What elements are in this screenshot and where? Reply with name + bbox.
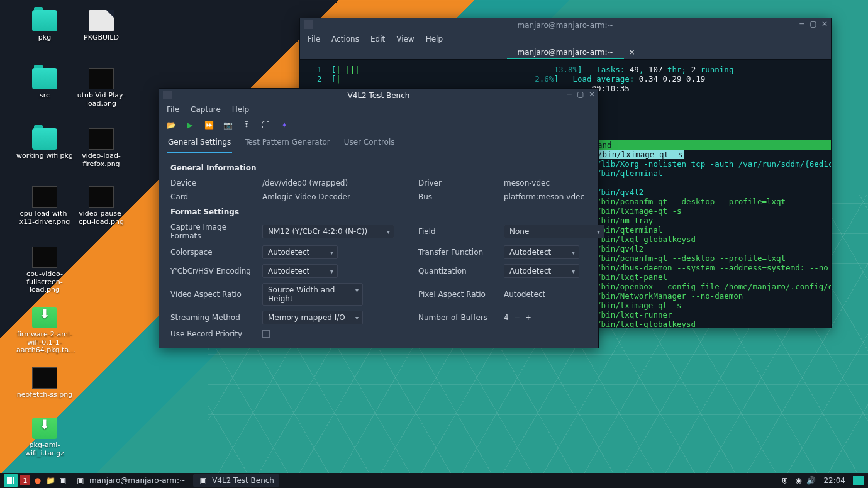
close-button[interactable]: ✕ — [821, 20, 828, 28]
terminal-tabbar: manjaro@manjaro-arm:~ × — [300, 46, 831, 60]
close-icon[interactable]: × — [629, 48, 635, 57]
tfunc-select[interactable]: Autodetect▾ — [504, 245, 579, 259]
desktop-icon-label: PKGBUILD — [84, 33, 119, 42]
desktop-icon[interactable]: ⬇firmware-2-aml-wifi-0.1-1-aarch64.pkg.t… — [16, 307, 73, 355]
pkg-icon: ⬇ — [32, 418, 57, 439]
tab[interactable]: User Controls — [343, 134, 396, 153]
desktop-icon-label: src — [40, 91, 50, 99]
file-icon — [89, 10, 114, 31]
v4l2-titlebar[interactable]: V4L2 Test Bench ─ ▢ ✕ — [159, 89, 598, 103]
menu-item[interactable]: Capture — [191, 105, 221, 114]
minimize-button[interactable]: ─ — [798, 20, 806, 28]
firefox-icon[interactable]: ● — [33, 475, 43, 485]
close-button[interactable]: ✕ — [588, 91, 596, 98]
var-label: Video Aspect Ratio — [170, 290, 251, 299]
terminal-title: manjaro@manjaro-arm:~ — [517, 21, 613, 30]
grid-icon[interactable]: 🎛 — [241, 119, 252, 131]
desktop-icon-label: utub-Vid-Play-load.png — [77, 91, 126, 108]
open-icon[interactable]: 📂 — [165, 119, 177, 131]
desktop-icon-label: firmware-2-aml-wifi-0.1-1-aarch64.pkg.ta… — [16, 330, 75, 354]
tfunc-label: Transfer Function — [418, 248, 492, 257]
stream-select[interactable]: Memory mapped I/O▾ — [262, 311, 363, 324]
desktop-icon[interactable]: ⬇pkg-aml-wifi_i.tar.gz — [16, 418, 73, 457]
desktop-icon-label: cpu-load-with-x11-driver.png — [19, 209, 70, 226]
minimize-button[interactable]: ─ — [565, 91, 573, 98]
desktop-icon[interactable]: utub-Vid-Play-load.png — [73, 68, 130, 108]
volume-icon[interactable]: 🔊 — [806, 475, 816, 485]
maximize-button[interactable]: ▢ — [577, 91, 584, 98]
menu-item[interactable]: Help — [426, 35, 443, 43]
desktop-icon[interactable]: video-load-firefox.png — [73, 128, 130, 168]
tab[interactable]: Test Pattern Generator — [243, 134, 331, 153]
clock[interactable]: 22:04 — [823, 476, 845, 485]
camera-icon[interactable]: 📷 — [222, 119, 233, 131]
menu-item[interactable]: File — [308, 35, 320, 43]
show-desktop-icon[interactable] — [853, 476, 864, 485]
desktop-icon[interactable]: working wifi pkg — [16, 128, 73, 160]
desktop-icon-label: cpu-video-fullscreen-load.png — [26, 270, 63, 294]
taskbar-task[interactable]: ▣V4L2 Test Bench — [193, 474, 279, 487]
colorspace-label: Colorspace — [170, 248, 251, 257]
desktop-icon-label: neofetch-ss.png — [17, 391, 72, 399]
bus-label: Bus — [418, 192, 492, 201]
yenc-select[interactable]: Autodetect▾ — [262, 264, 338, 278]
terminal-tab[interactable]: manjaro@manjaro-arm:~ × — [507, 47, 623, 59]
task-label: manjaro@manjaro-arm:~ — [89, 476, 186, 485]
var-select[interactable]: Source Width and Height▾ — [262, 283, 363, 306]
fx-icon[interactable]: ✦ — [279, 119, 290, 131]
step-icon[interactable]: ⏩ — [203, 119, 214, 131]
quant-select[interactable]: Autodetect▾ — [504, 264, 579, 278]
window-icon: ▣ — [75, 475, 86, 485]
terminal-icon[interactable]: ▣ — [58, 475, 68, 485]
desktop-icon[interactable]: cpu-load-with-x11-driver.png — [16, 186, 73, 226]
desktop-icon[interactable]: cpu-video-fullscreen-load.png — [16, 247, 73, 294]
shield-icon[interactable]: ⛨ — [781, 475, 791, 485]
menu-item[interactable]: Help — [232, 105, 249, 114]
field-select[interactable]: None▾ — [504, 225, 604, 238]
v4l2-window: V4L2 Test Bench ─ ▢ ✕ FileCaptureHelp 📂 … — [159, 88, 599, 348]
file-manager-icon[interactable]: 📁 — [45, 475, 55, 485]
yenc-label: Y'CbCr/HSV Encoding — [170, 267, 251, 275]
thumb-icon — [89, 68, 114, 89]
urp-label: Use Record Priority — [170, 330, 251, 338]
chevron-down-icon: ▾ — [330, 249, 333, 256]
folder-icon — [32, 10, 57, 31]
menu-item[interactable]: Actions — [331, 35, 359, 43]
desktop-icon[interactable]: pkg — [16, 10, 73, 42]
menu-item[interactable]: File — [167, 105, 179, 114]
driver-label: Driver — [418, 179, 492, 187]
terminal-menubar: FileActionsEditViewHelp — [300, 32, 831, 46]
increment-button[interactable]: + — [525, 313, 531, 322]
window-icon: ▣ — [198, 475, 208, 485]
par-label: Pixel Aspect Ratio — [418, 290, 492, 299]
decrement-button[interactable]: − — [514, 313, 520, 322]
bus-value: platform:meson-vdec — [504, 192, 604, 201]
chevron-down-icon: ▾ — [597, 228, 600, 235]
desktop-icon[interactable]: neofetch-ss.png — [16, 367, 73, 399]
urp-checkbox[interactable] — [262, 330, 270, 338]
wifi-icon[interactable]: ◉ — [793, 475, 803, 485]
par-value: Autodetect — [504, 290, 604, 299]
desktop-icon[interactable]: PKGBUILD — [73, 10, 130, 42]
play-icon[interactable]: ▶ — [184, 119, 196, 131]
capfmt-select[interactable]: NM12 (Y/CbCr 4:2:0 (N-C))▾ — [262, 225, 394, 238]
expand-icon[interactable]: ⛶ — [260, 119, 271, 131]
maximize-button[interactable]: ▢ — [810, 20, 817, 28]
tab[interactable]: General Settings — [167, 134, 232, 153]
virtual-desktop-indicator[interactable]: 1 — [20, 475, 30, 485]
thumb-icon — [32, 247, 57, 268]
menu-item[interactable]: Edit — [370, 35, 385, 43]
desktop-icon[interactable]: video-pause-cpu-load.png — [73, 186, 130, 226]
menu-item[interactable]: View — [396, 35, 414, 43]
terminal-titlebar[interactable]: manjaro@manjaro-arm:~ ─ ▢ ✕ — [300, 18, 831, 32]
device-value: /dev/video0 (wrapped) — [262, 179, 407, 187]
task-label: V4L2 Test Bench — [212, 476, 274, 485]
quant-label: Quantization — [418, 267, 492, 275]
taskbar-task[interactable]: ▣manjaro@manjaro-arm:~ — [70, 474, 191, 487]
colorspace-select[interactable]: Autodetect▾ — [262, 245, 338, 259]
desktop-icon[interactable]: src — [16, 68, 73, 100]
chevron-down-icon: ▾ — [355, 314, 359, 321]
desktop-icon-label: video-pause-cpu-load.png — [79, 209, 124, 226]
app-launcher[interactable] — [4, 474, 18, 487]
terminal-icon — [304, 20, 313, 29]
